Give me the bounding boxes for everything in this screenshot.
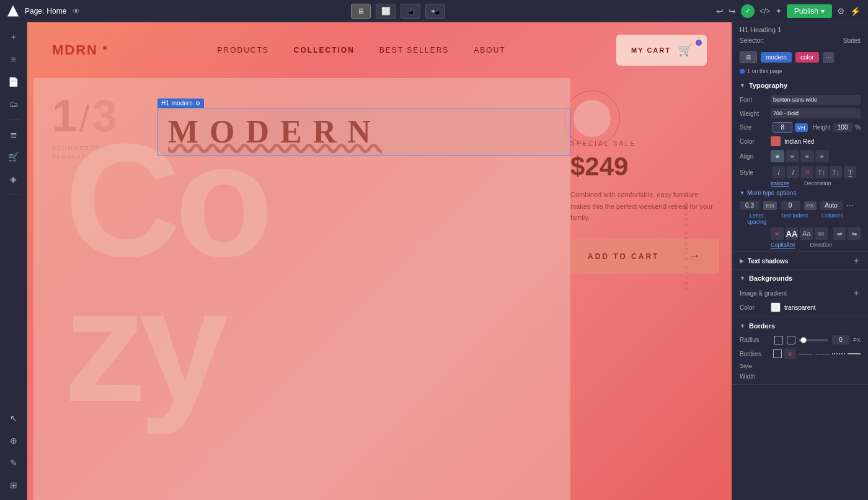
borders-line-dashed[interactable] [816, 354, 829, 354]
text-indent-input[interactable]: 0 [781, 201, 800, 210]
radius-square-icon[interactable] [774, 336, 783, 344]
settings-icon[interactable]: ⚙ [837, 6, 845, 16]
underline-btn[interactable]: T̲ [844, 166, 856, 178]
nav-collection[interactable]: COLLECTION [294, 46, 355, 55]
transform-aa-btn[interactable]: aa [815, 227, 828, 240]
columns-more[interactable]: ⋯ [846, 201, 855, 210]
states-label: States [843, 37, 861, 44]
align-right-btn[interactable]: ≡ [800, 150, 814, 162]
nav-bestsellers[interactable]: BEST SELLERS [379, 46, 450, 55]
size-label: Size [740, 124, 770, 131]
weight-label: Weight [740, 110, 771, 117]
hero-section: 1 / 3 ECOMMERCETEMPLATE Cozy [27, 78, 732, 500]
radius-input[interactable]: 0 [832, 335, 849, 344]
redo-btn[interactable]: ↪ [728, 6, 736, 16]
cursor-icon[interactable]: ↖ [4, 408, 24, 428]
direction-left-btn[interactable]: ⇄ [833, 227, 846, 240]
more-options-toggle[interactable]: ▼ More type options [732, 187, 868, 199]
borders-line-solid[interactable] [799, 354, 812, 354]
color-selector-btn[interactable]: color [795, 52, 819, 63]
italic-btn[interactable]: I [773, 166, 785, 178]
nav-products[interactable]: PRODUCTS [218, 46, 269, 55]
code-btn[interactable]: </> [760, 7, 770, 15]
pages-icon[interactable]: 📄 [4, 72, 24, 92]
image-gradient-add-btn[interactable]: ＋ [852, 287, 861, 299]
color-swatch[interactable] [771, 136, 781, 146]
ai-btn[interactable]: ✦ [776, 7, 782, 15]
product-info: SPECIAL SALE $249 Combined with comforta… [570, 140, 719, 274]
height-input[interactable]: 100 [833, 123, 852, 132]
letter-spacing-unit[interactable]: EM [763, 201, 777, 210]
strikethrough-btn[interactable]: ✕ [801, 166, 813, 178]
eye-icon[interactable]: 👁 [73, 7, 80, 15]
modern-heading[interactable]: MODERN [168, 114, 382, 149]
letter-spacing-input[interactable]: 0.3 [740, 201, 760, 210]
borders-square-icon[interactable] [773, 349, 782, 358]
superscript-btn[interactable]: T↑ [815, 166, 828, 178]
image-gradient-row: Image & gradient ＋ [732, 286, 868, 300]
direction-right-btn[interactable]: ⇆ [848, 227, 861, 240]
annotate-icon[interactable]: ✎ [4, 453, 24, 473]
borders-label: Borders [749, 322, 775, 330]
font-select[interactable]: benton-sans-wide [771, 95, 861, 105]
navigator-icon[interactable]: ≡ [4, 50, 24, 69]
bg-color-swatch[interactable] [771, 302, 781, 312]
align-center-btn[interactable]: ≡ [786, 150, 799, 162]
zoom-icon[interactable]: ⊕ [4, 431, 24, 450]
logic-icon[interactable]: ◈ [4, 169, 24, 189]
transform-Aa-btn[interactable]: Aa [800, 227, 813, 240]
bolt-icon[interactable]: ⚡ [850, 6, 861, 16]
tablet-btn[interactable]: 📱 [401, 4, 420, 19]
size-unit[interactable]: VH [795, 123, 808, 132]
italic2-btn[interactable]: I [787, 166, 799, 178]
text-indent-unit[interactable]: PX [804, 201, 817, 210]
grid-icon[interactable]: ⊞ [4, 475, 24, 495]
modern-text-element[interactable]: H1 modern ⚙ MODERN [157, 97, 570, 156]
publish-btn[interactable]: Publish ▾ [787, 4, 832, 18]
transform-AA-btn[interactable]: AA [786, 227, 799, 240]
transform-x-btn[interactable]: ✕ [771, 227, 784, 240]
subscript-btn[interactable]: T↓ [830, 166, 842, 178]
add-element-icon[interactable]: ＋ [4, 27, 24, 47]
borders-header[interactable]: ▼ Borders [732, 318, 868, 333]
style-row: Style I I ✕ T↑ T↓ T̲ [732, 164, 868, 180]
direction-label: Direction [810, 242, 833, 248]
tablet-wide-btn[interactable]: ⬜ [376, 4, 396, 19]
bg-color-value: transparent [784, 304, 816, 311]
borders-line-thick[interactable] [848, 353, 861, 354]
borders-line-dotted[interactable] [832, 353, 845, 354]
mobile-btn[interactable]: 📲 [425, 4, 445, 19]
borders-style-x[interactable]: ✕ [784, 348, 795, 359]
nav-about[interactable]: ABOUT [474, 46, 505, 55]
modern-selector-btn[interactable]: modern [761, 52, 792, 63]
ecommerce-icon[interactable]: 🛒 [4, 147, 24, 167]
size-input[interactable]: 8 [773, 122, 792, 133]
size-row: Size 8 VH Height 100 % [732, 120, 868, 134]
device-switcher: 🖥 ⬜ 📱 📲 [351, 4, 445, 19]
typography-header[interactable]: ▼ Typography [732, 78, 868, 93]
radius-round-icon[interactable] [787, 336, 795, 344]
element-gear-icon[interactable]: ⚙ [195, 100, 200, 107]
cms-icon[interactable]: ≣ [4, 125, 24, 144]
columns-input[interactable]: Auto [820, 201, 843, 210]
align-justify-btn[interactable]: ≡ [815, 150, 829, 162]
spacing-row: 0.3 EM 0 PX Auto ⋯ [732, 199, 868, 212]
radius-slider[interactable] [799, 339, 828, 341]
assets-icon[interactable]: 🗂 [4, 94, 24, 114]
width-row: Width [732, 371, 868, 382]
main-area: ＋ ≡ 📄 🗂 ≣ 🛒 ◈ ↖ ⊕ ✎ ⊞ MDRN PRODUCTS COLL… [0, 22, 868, 500]
text-shadows-add-btn[interactable]: ＋ [852, 255, 861, 266]
desktop-btn[interactable]: 🖥 [351, 4, 371, 19]
align-label: Align [740, 153, 771, 160]
transform-row: ✕ AA Aa aa ⇄ ⇆ [732, 226, 868, 242]
backgrounds-header[interactable]: ▼ Backgrounds [732, 271, 868, 286]
logo-dot [103, 46, 107, 50]
modern-text-box: MODERN [157, 108, 570, 156]
align-left-btn[interactable]: ≡ [771, 150, 784, 162]
undo-btn[interactable]: ↩ [716, 6, 724, 16]
weight-select[interactable]: 700 - Bold [771, 108, 861, 118]
monitor-selector-btn[interactable]: 🖥 [740, 51, 757, 63]
cart-button[interactable]: MY CART 🛒 [616, 35, 707, 66]
add-to-cart-button[interactable]: ADD TO CART → [570, 239, 719, 274]
selector-more-btn[interactable]: ⋯ [823, 52, 834, 63]
